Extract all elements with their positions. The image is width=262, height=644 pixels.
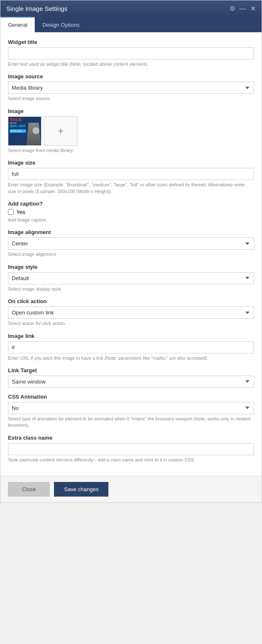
on-click-action-hint: Select action for click action. (8, 320, 254, 327)
tab-bar: General Design Options (0, 17, 262, 32)
image-style-select[interactable]: Default Rounded Circle Shadow (8, 272, 254, 284)
on-click-action-group: On click action Open custom link Open im… (8, 298, 254, 327)
image-alignment-label: Image alignment (8, 229, 254, 235)
close-button[interactable]: Close (8, 482, 50, 497)
add-caption-group: Add caption? Yes Add image caption. (8, 201, 254, 223)
image-alignment-select-wrapper: Left Center Right (8, 237, 254, 250)
window-controls: ⚙ — ✕ (229, 5, 256, 13)
image-size-group: Image size Enter image size (Example: "t… (8, 160, 254, 195)
on-click-action-label: On click action (8, 298, 254, 304)
window-title: Single Image Settings (6, 5, 67, 12)
close-icon[interactable]: ✕ (250, 5, 256, 13)
css-animation-hint: Select type of animation for element to … (8, 416, 254, 429)
image-picker: SALE UP TO 30% OFF SHOP NOW + (8, 116, 254, 146)
image-style-label: Image style (8, 264, 254, 270)
image-source-group: Image source Media library External link… (8, 73, 254, 102)
image-source-label: Image source (8, 73, 254, 80)
image-link-group: Image link Enter URL if you want this im… (8, 333, 254, 361)
widget-title-label: Widget title (8, 39, 254, 45)
image-alignment-group: Image alignment Left Center Right Select… (8, 229, 254, 258)
caption-checkbox-row: Yes (8, 209, 254, 215)
extra-class-input[interactable] (8, 443, 254, 455)
settings-content: Widget title Enter text used as widget t… (0, 32, 262, 476)
css-animation-select[interactable]: No Top to bottom Bottom to top Left to r… (8, 402, 254, 414)
image-thumbnail[interactable]: SALE UP TO 30% OFF SHOP NOW (8, 116, 41, 146)
image-style-select-wrapper: Default Rounded Circle Shadow (8, 272, 254, 284)
image-size-input[interactable] (8, 168, 254, 180)
widget-title-input[interactable] (8, 47, 254, 59)
image-link-label: Image link (8, 333, 254, 339)
on-click-action-select-wrapper: Open custom link Open image None (8, 307, 254, 319)
gear-icon[interactable]: ⚙ (229, 5, 235, 13)
extra-class-hint: Style particular content element differe… (8, 457, 254, 463)
image-hint: Select image from media library. (8, 147, 254, 154)
image-size-label: Image size (8, 160, 254, 166)
titlebar: Single Image Settings ⚙ — ✕ (0, 0, 262, 17)
save-button[interactable]: Save changes (54, 482, 108, 497)
extra-class-label: Extra class name (8, 435, 254, 441)
image-style-group: Image style Default Rounded Circle Shado… (8, 264, 254, 292)
image-source-select-wrapper: Media library External link (8, 82, 254, 94)
image-add-button[interactable]: + (44, 116, 77, 146)
tab-general[interactable]: General (0, 17, 35, 32)
css-animation-group: CSS Animation No Top to bottom Bottom to… (8, 394, 254, 429)
css-animation-select-wrapper: No Top to bottom Bottom to top Left to r… (8, 402, 254, 414)
image-link-input[interactable] (8, 341, 254, 353)
css-animation-label: CSS Animation (8, 394, 254, 400)
widget-title-group: Widget title Enter text used as widget t… (8, 39, 254, 67)
image-alignment-hint: Select image alignment. (8, 251, 254, 258)
tab-design-options[interactable]: Design Options (35, 17, 87, 32)
image-alignment-select[interactable]: Left Center Right (8, 237, 254, 250)
widget-title-hint: Enter text used as widget title (Note: l… (8, 61, 254, 67)
add-caption-hint: Add image caption. (8, 217, 254, 223)
caption-yes-label: Yes (16, 209, 25, 215)
extra-class-group: Extra class name Style particular conten… (8, 435, 254, 463)
image-size-hint: Enter image size (Example: "thumbnail", … (8, 182, 254, 195)
on-click-action-select[interactable]: Open custom link Open image None (8, 307, 254, 319)
link-target-group: Link Target Same window New window (8, 367, 254, 388)
add-caption-checkbox[interactable] (8, 209, 14, 215)
link-target-select[interactable]: Same window New window (8, 376, 254, 388)
image-style-hint: Select image display style. (8, 286, 254, 292)
add-caption-label: Add caption? (8, 201, 254, 207)
image-source-hint: Select image source. (8, 95, 254, 102)
footer: Close Save changes (0, 476, 262, 502)
image-label: Image (8, 108, 254, 114)
settings-window: Single Image Settings ⚙ — ✕ General Desi… (0, 0, 262, 503)
minimize-icon[interactable]: — (239, 5, 246, 13)
link-target-label: Link Target (8, 367, 254, 374)
image-source-select[interactable]: Media library External link (8, 82, 254, 94)
link-target-select-wrapper: Same window New window (8, 376, 254, 388)
image-link-hint: Enter URL if you want this image to have… (8, 355, 254, 361)
image-group: Image SALE UP TO 30% OFF SHOP NOW (8, 108, 254, 154)
